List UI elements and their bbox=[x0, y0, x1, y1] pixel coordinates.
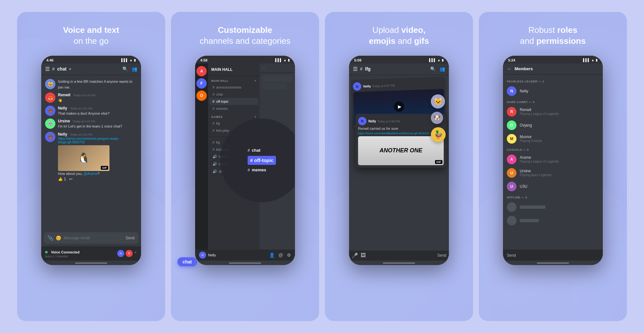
user-info-2: N Nelly bbox=[199, 252, 216, 259]
search-icon[interactable]: 🔍 bbox=[122, 66, 128, 71]
status-icons-2: ▌▌▌ ▲ ▮ bbox=[275, 58, 290, 62]
hamburger-icon[interactable]: ☰ bbox=[45, 66, 50, 72]
msg-text: 👋 bbox=[58, 98, 137, 103]
chat-message: 🦊 Renwil Today at 4:42 PM 👋 bbox=[41, 91, 141, 103]
at-icon[interactable]: @ bbox=[279, 252, 283, 258]
role-avatar-arame: A bbox=[507, 155, 516, 164]
card-media: Upload video, emojis and gifs 5:09 ▌▌▌ ▲… bbox=[325, 12, 473, 321]
role-member-renwil[interactable]: R Renwil Playing League of Legends bbox=[503, 105, 603, 119]
battery-icon: ▮ bbox=[134, 58, 136, 62]
channel-label: off-topic bbox=[216, 100, 229, 103]
channel-header-1: ☰ # chat ▾ 🔍 👥 bbox=[41, 63, 141, 75]
card4-title-permissions: permissions bbox=[536, 36, 586, 46]
roles-list: FEARLESS LEADER — 1 N Nelly HARD CARRY —… bbox=[503, 75, 603, 250]
channel-off-topic[interactable]: # off-topic bbox=[209, 98, 258, 105]
signal-icon-3: ▌▌▌ bbox=[429, 58, 436, 62]
role-member-u3u[interactable]: U U3U bbox=[503, 180, 603, 193]
mic-icon-3[interactable]: 🎤 bbox=[352, 252, 358, 259]
channel-announcements[interactable]: # announcements bbox=[209, 84, 258, 91]
card4-title: Robust roles and permissions bbox=[520, 25, 586, 47]
role-name-mumor: Mumor bbox=[520, 135, 542, 139]
send-btn-3[interactable]: Send bbox=[437, 253, 446, 258]
server-icon-overwatch[interactable]: O bbox=[196, 90, 207, 101]
play-button-icon[interactable]: ▶ bbox=[394, 101, 404, 112]
role-member-info-u3u: U3U bbox=[520, 184, 527, 189]
role-section-fearless: FEARLESS LEADER — 1 bbox=[503, 77, 603, 84]
gear-icon[interactable]: ⚙ bbox=[287, 252, 291, 258]
role-member-nelly[interactable]: N Nelly bbox=[503, 84, 603, 98]
server-icon-fortnite[interactable]: F bbox=[196, 78, 207, 89]
hash-icon: # bbox=[52, 66, 55, 71]
message-input-area-1[interactable]: 📎 😊 Message #chat Send bbox=[44, 232, 138, 244]
role-member-info-nelly: Nelly bbox=[520, 89, 528, 93]
msg-content: Getting in a few BR matches if anyone wa… bbox=[58, 78, 137, 90]
channel-memes[interactable]: # memes bbox=[209, 105, 258, 112]
role-avatar-ovjang: O bbox=[507, 120, 516, 130]
role-name-arame: Arame bbox=[520, 155, 559, 160]
msg-text: I'm in! Let's get in the team-1 voice ch… bbox=[58, 124, 137, 129]
send-button-1[interactable]: Send bbox=[126, 236, 135, 240]
role-member-arame[interactable]: A Arame Playing League of Legends bbox=[503, 153, 603, 166]
message-input-1[interactable]: Message #chat bbox=[64, 236, 123, 240]
role-member-info-ursine: Ursine Playing Apex Legends bbox=[520, 169, 552, 177]
msg-timestamp: Today at 4:42 PM bbox=[70, 107, 92, 110]
msg-timestamp: Today at 4:43 PM bbox=[70, 133, 92, 136]
voice-bar: Voice Connected team-1 / Friendos N R ⌃ bbox=[41, 246, 141, 261]
members-title: Members bbox=[515, 66, 533, 71]
dots-icon: ··· bbox=[262, 66, 265, 70]
send-label-4: Send bbox=[507, 253, 516, 258]
members-icon-3[interactable]: 👥 bbox=[440, 66, 445, 71]
phone-mockup-1: 4:46 ▌▌▌ ▲ ▮ ☰ # chat ▾ bbox=[41, 56, 141, 265]
voice-avatars: N R ⌃ bbox=[117, 250, 137, 257]
back-icon[interactable]: ← bbox=[507, 66, 512, 72]
hash-icon: # bbox=[213, 128, 214, 132]
search-icon-3[interactable]: 🔍 bbox=[430, 66, 436, 71]
home-indicator-2 bbox=[229, 262, 261, 264]
role-status-ursine: Playing Apex Legends bbox=[520, 173, 552, 177]
reaction: 👍 1 ↩ bbox=[58, 177, 137, 181]
hamburger-icon-3[interactable]: ☰ bbox=[353, 66, 357, 72]
members-icon[interactable]: 👥 bbox=[132, 66, 137, 71]
msg-text: Getting in a few BR matches if anyone wa… bbox=[58, 80, 132, 89]
card1-title-bold: Voice and text bbox=[63, 25, 119, 35]
role-avatar-renwil: R bbox=[507, 107, 516, 117]
msg-meta-video: Nelly Today at 5:07 PM bbox=[363, 82, 395, 89]
card3-title-and: and bbox=[398, 36, 414, 46]
role-member-ursine[interactable]: U Ursine Playing Apex Legends bbox=[503, 166, 603, 180]
voice-dot bbox=[45, 251, 48, 253]
msg-text: How about you, @Arame? bbox=[58, 171, 137, 176]
role-status-renwil: Playing League of Legends bbox=[520, 112, 559, 116]
emoji-icon[interactable]: 😊 bbox=[56, 235, 61, 241]
chat-message: 🐱 Getting in a few BR matches if anyone … bbox=[41, 78, 141, 91]
person-icon[interactable]: 👤 bbox=[269, 252, 275, 258]
role-member-ovjang[interactable]: O Ovjang bbox=[503, 119, 603, 132]
wifi-icon-3: ▲ bbox=[437, 58, 440, 62]
home-indicator-1 bbox=[75, 262, 107, 264]
add-channel-icon[interactable]: + bbox=[254, 79, 256, 82]
battery-icon-2: ▮ bbox=[288, 58, 290, 62]
role-member-mumor[interactable]: M Mumor Playing Fortnite bbox=[503, 132, 603, 146]
overlay-channel-name2: memes bbox=[252, 167, 266, 174]
voice-avatar: R bbox=[126, 250, 133, 257]
channel-chat[interactable]: # chat bbox=[209, 91, 258, 98]
channel-label: memes bbox=[216, 107, 228, 110]
role-avatar-u3u: U bbox=[507, 182, 516, 191]
gif-badge-another: GIF bbox=[435, 160, 442, 164]
emoji-bubbles: 🐱 🐶 🦆 bbox=[431, 94, 446, 142]
chevron-up-icon[interactable]: ⌃ bbox=[134, 251, 137, 256]
chat-message: 🐺 Ursine Today at 4:43 PM I'm in! Let's … bbox=[41, 117, 141, 129]
phone-mockup-2: 4:58 ▌▌▌ ▲ ▮ A F O bbox=[195, 56, 295, 265]
role-name-renwil: Renwil bbox=[520, 108, 559, 112]
category-label: GAMES bbox=[211, 115, 223, 119]
role-avatar-mumor: M bbox=[507, 134, 516, 144]
msg-content: Renwil Today at 4:42 PM 👋 bbox=[58, 92, 137, 103]
image-icon-3[interactable]: 🖼 bbox=[361, 252, 366, 259]
phone-mockup-3: 5:09 ▌▌▌ ▲ ▮ ☰ # lfg 🔍 👥 bbox=[349, 56, 449, 265]
add-channel-icon-2[interactable]: + bbox=[254, 115, 256, 119]
channel-header-3: ☰ # lfg 🔍 👥 bbox=[349, 63, 449, 75]
card4-title-and: and permissions bbox=[520, 36, 586, 46]
chevron-icon: ▾ bbox=[69, 67, 71, 71]
overlay-channel-name: chat bbox=[252, 147, 260, 154]
server-icon-apex[interactable]: A bbox=[196, 66, 207, 76]
attachment-icon[interactable]: 📎 bbox=[48, 235, 53, 241]
